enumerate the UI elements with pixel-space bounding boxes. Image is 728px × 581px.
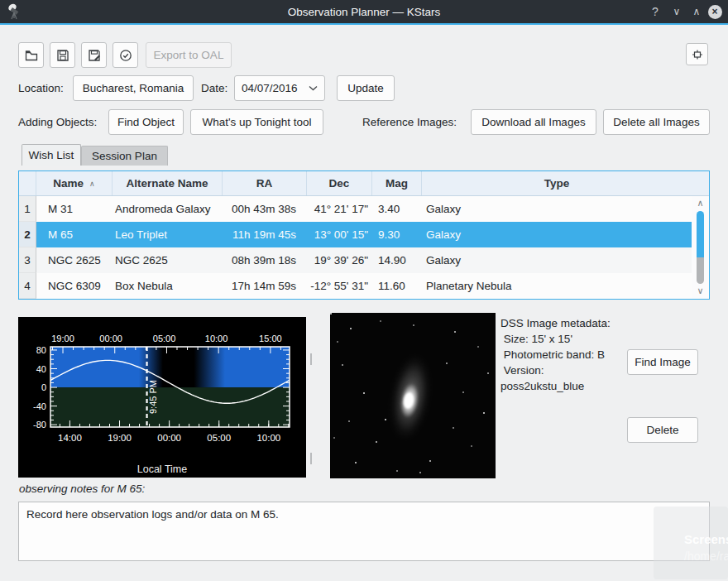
help-button[interactable]: ? bbox=[645, 0, 665, 23]
save-list-button[interactable] bbox=[50, 42, 75, 68]
open-list-button[interactable] bbox=[18, 42, 44, 68]
clock-check-icon bbox=[118, 48, 133, 63]
cell-name: NGC 2625 bbox=[36, 247, 113, 273]
table-corner bbox=[19, 171, 36, 195]
cell-ra: 00h 43m 38s bbox=[223, 196, 307, 222]
svg-text:00:00: 00:00 bbox=[157, 433, 181, 443]
whats-up-tonight-button[interactable]: What's up Tonight tool bbox=[190, 109, 323, 135]
adding-objects-label: Adding Objects: bbox=[18, 109, 97, 135]
export-to-oal-button[interactable]: Export to OAL bbox=[146, 42, 232, 68]
cell-mag: 3.40 bbox=[372, 196, 422, 222]
splitter-handle[interactable] bbox=[309, 317, 314, 478]
column-header-ra[interactable]: RA bbox=[223, 171, 307, 195]
column-header-type[interactable]: Type bbox=[422, 171, 692, 195]
find-object-button[interactable]: Find Object bbox=[108, 109, 184, 135]
minimize-button[interactable]: ∨ bbox=[667, 0, 687, 23]
star-field bbox=[330, 313, 332, 315]
table-header[interactable]: Name∧ Alternate Name RA Dec Mag Type bbox=[19, 171, 709, 196]
svg-text:19:00: 19:00 bbox=[51, 334, 74, 343]
cell-type: Galaxy bbox=[422, 196, 692, 222]
scrollbar-thumb[interactable] bbox=[697, 211, 704, 257]
cell-alternate-name: NGC 2625 bbox=[113, 247, 223, 273]
altitude-vs-time-chart: 9:45 PM14:0019:0000:0005:0010:0019:0000:… bbox=[18, 317, 306, 478]
find-image-button[interactable]: Find Image bbox=[627, 349, 698, 375]
svg-text:9:45 PM: 9:45 PM bbox=[148, 380, 158, 414]
observing-notes-textarea[interactable]: Record here observation logs and/or data… bbox=[18, 502, 710, 561]
svg-text:15:00: 15:00 bbox=[259, 334, 282, 343]
kstars-observation-planner-window: Observation Planner — KStars ? ∨ ∧ × Exp… bbox=[0, 0, 728, 581]
chevron-down-icon bbox=[309, 85, 318, 91]
cell-mag: 14.90 bbox=[372, 247, 422, 273]
folder-icon bbox=[24, 48, 39, 63]
date-value: 04/07/2016 bbox=[242, 82, 298, 94]
date-combobox[interactable]: 04/07/2016 bbox=[234, 75, 325, 101]
row-number: 2 bbox=[19, 222, 36, 247]
svg-text:05:00: 05:00 bbox=[207, 433, 231, 443]
location-label: Location: bbox=[18, 75, 64, 101]
cell-alternate-name: Leo Triplet bbox=[113, 222, 223, 247]
svg-text:10:00: 10:00 bbox=[256, 433, 280, 443]
chart-x-axis-title: Local Time bbox=[18, 463, 306, 475]
close-icon: × bbox=[708, 5, 722, 19]
print-preview-icon bbox=[691, 48, 704, 61]
save-list-as-button[interactable] bbox=[81, 42, 107, 68]
cell-mag: 11.60 bbox=[372, 273, 422, 299]
metadata-band: Photometric band: B bbox=[500, 347, 626, 363]
column-header-name[interactable]: Name∧ bbox=[36, 171, 113, 195]
svg-text:00:00: 00:00 bbox=[99, 334, 122, 343]
location-button[interactable]: Bucharest, Romania bbox=[73, 75, 194, 101]
row-number: 4 bbox=[19, 273, 36, 299]
column-header-dec[interactable]: Dec bbox=[307, 171, 372, 195]
cell-mag: 9.30 bbox=[372, 222, 422, 247]
svg-text:19:00: 19:00 bbox=[108, 433, 132, 443]
delete-all-images-button[interactable]: Delete all Images bbox=[603, 109, 710, 135]
cell-type: Galaxy bbox=[422, 222, 692, 247]
scroll-up-icon[interactable]: ∧ bbox=[697, 199, 703, 209]
cell-dec: -12° 55' 31" bbox=[307, 273, 372, 299]
titlebar-accent-line bbox=[0, 23, 728, 25]
window-title: Observation Planner — KStars bbox=[0, 6, 728, 18]
cell-name: M 65 bbox=[36, 222, 113, 247]
cell-type: Planetary Nebula bbox=[422, 273, 692, 299]
svg-text:-80: -80 bbox=[33, 420, 46, 430]
update-button[interactable]: Update bbox=[337, 75, 395, 101]
cell-alternate-name: Andromeda Galaxy bbox=[113, 196, 223, 222]
svg-text:10:00: 10:00 bbox=[205, 334, 228, 343]
cell-name: NGC 6309 bbox=[36, 273, 113, 299]
date-label: Date: bbox=[201, 75, 228, 101]
svg-text:40: 40 bbox=[36, 364, 46, 374]
cell-dec: 13° 00' 15" bbox=[307, 222, 372, 247]
titlebar[interactable]: Observation Planner — KStars ? ∨ ∧ × bbox=[0, 0, 728, 23]
row-number: 3 bbox=[19, 247, 36, 273]
cell-dec: 41° 21' 17" bbox=[307, 196, 372, 222]
cell-ra: 17h 14m 59s bbox=[223, 273, 307, 299]
altitude-vs-time-button[interactable] bbox=[113, 42, 138, 68]
maximize-button[interactable]: ∧ bbox=[687, 0, 706, 23]
delete-image-button[interactable]: Delete bbox=[627, 417, 698, 443]
svg-text:14:00: 14:00 bbox=[58, 433, 82, 443]
dss-image-preview bbox=[330, 313, 496, 478]
table-row[interactable]: 4 NGC 6309 Box Nebula 17h 14m 59s -12° 5… bbox=[19, 273, 692, 299]
metadata-version-value: poss2ukstu_blue bbox=[500, 378, 626, 394]
cell-ra: 08h 39m 18s bbox=[223, 247, 307, 273]
metadata-version-label: Version: bbox=[500, 363, 626, 378]
table-row[interactable]: 2 M 65 Leo Triplet 11h 19m 45s 13° 00' 1… bbox=[19, 222, 692, 247]
tab-wish-list[interactable]: Wish List bbox=[22, 144, 81, 166]
sort-ascending-icon: ∧ bbox=[89, 180, 95, 188]
save-as-icon bbox=[87, 48, 102, 63]
scroll-down-icon[interactable]: ∨ bbox=[697, 286, 703, 296]
table-scrollbar[interactable]: ∧ ∨ bbox=[692, 196, 709, 299]
reference-images-label: Reference Images: bbox=[362, 109, 457, 135]
column-header-mag[interactable]: Mag bbox=[372, 171, 422, 195]
table-row[interactable]: 1 M 31 Andromeda Galaxy 00h 43m 38s 41° … bbox=[19, 196, 692, 222]
tab-session-plan[interactable]: Session Plan bbox=[81, 146, 168, 166]
download-all-images-button[interactable]: Download all Images bbox=[471, 109, 596, 135]
scrollbar-track[interactable] bbox=[697, 257, 704, 284]
cell-type: Galaxy bbox=[422, 247, 692, 273]
wish-list-table[interactable]: Name∧ Alternate Name RA Dec Mag Type 1 M… bbox=[18, 170, 710, 300]
table-row[interactable]: 3 NGC 2625 NGC 2625 08h 39m 18s 19° 39' … bbox=[19, 247, 692, 273]
print-button[interactable] bbox=[686, 43, 708, 65]
close-button[interactable]: × bbox=[705, 0, 725, 23]
column-header-alternate-name[interactable]: Alternate Name bbox=[113, 171, 223, 195]
svg-text:05:00: 05:00 bbox=[153, 334, 176, 343]
